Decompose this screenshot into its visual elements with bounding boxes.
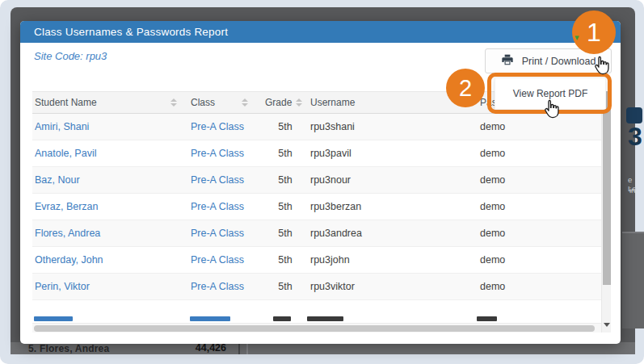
table-row: Evraz, Berzan Pre-A Class 5th rpu3berzan… [32,194,601,220]
class-link[interactable]: Pre-A Class [188,228,263,239]
student-name-link[interactable]: Perin, Viktor [32,281,188,292]
background-panel-edge [622,232,644,328]
site-code-label: Site Code: rpu3 [34,50,107,62]
horizontal-scrollbar-thumb[interactable] [34,325,595,332]
modal-header: Class Usernames & Passwords Report × [20,21,621,43]
class-link[interactable]: Pre-A Class [188,148,263,159]
background-logo-shape [626,107,642,123]
student-name-link[interactable]: Amiri, Shani [32,121,188,132]
printer-icon [501,53,514,69]
modal-title: Class Usernames & Passwords Report [20,26,228,38]
password-cell: demo [478,121,601,132]
student-name-link[interactable]: Flores, Andrea [32,228,188,239]
student-name-link[interactable]: Otherday, John [32,254,188,266]
class-link[interactable]: Pre-A Class [188,281,263,292]
column-header-student-name[interactable]: Student Name [32,97,188,108]
class-link[interactable]: Pre-A Class [188,121,263,132]
clipped-row-fragment [34,316,73,321]
username-cell: rpu3john [308,254,478,266]
password-cell: demo [478,254,601,266]
username-cell: rpu3nour [308,174,478,186]
table-body: Amiri, Shani Pre-A Class 5th rpu3shani d… [32,114,601,300]
cursor-hand-icon [591,55,612,79]
clipped-row-fragment [273,316,291,321]
password-cell: demo [478,281,601,292]
background-side-text: in [629,186,635,195]
table-row: Flores, Andrea Pre-A Class 5th rpu3andre… [32,220,601,247]
column-header-class[interactable]: Class [188,97,263,108]
vertical-scrollbar[interactable] [601,91,611,333]
report-modal: Class Usernames & Passwords Report × Sit… [20,21,621,344]
grade-cell: 5th [263,281,308,292]
background-logo-digit: 3 [628,122,642,152]
student-name-link[interactable]: Evraz, Berzan [32,201,188,212]
student-name-link[interactable]: Anatole, Pavil [32,148,188,159]
grade-cell: 5th [263,228,308,239]
column-header-grade[interactable]: Grade [263,97,308,108]
username-cell: rpu3shani [308,121,478,132]
username-cell: rpu3andrea [308,228,478,239]
divider [238,342,240,354]
scroll-down-arrow-icon[interactable] [602,319,612,330]
sort-icon[interactable] [170,98,177,107]
class-link[interactable]: Pre-A Class [188,254,263,266]
students-table: Student Name Class Grade Username Passwo… [32,91,601,333]
screenshot-frame: 3 e Le in 5. Flores, Andrea 44,426 Class… [0,0,644,364]
class-link[interactable]: Pre-A Class [188,174,263,186]
background-rank-text: 5. Flores, Andrea [28,343,109,354]
table-row: Anatole, Pavil Pre-A Class 5th rpu3pavil… [32,140,601,167]
grade-cell: 5th [263,174,308,186]
background-score-value: 44,426 [176,342,226,354]
grade-cell: 5th [263,148,308,159]
grade-cell: 5th [263,254,308,266]
print-download-label: Print / Download [522,56,596,67]
student-name-link[interactable]: Baz, Nour [32,174,188,186]
table-row: Otherday, John Pre-A Class 5th rpu3john … [32,247,601,274]
password-cell: demo [478,148,601,159]
clipped-row-fragment [307,316,343,321]
background-leaderboard-row: 5. Flores, Andrea 44,426 [11,342,635,354]
clipped-row-fragment [190,316,230,321]
table-row: Baz, Nour Pre-A Class 5th rpu3nour demo [32,167,601,194]
divider [246,342,248,354]
class-link[interactable]: Pre-A Class [188,201,263,212]
cursor-hand-icon [541,98,562,123]
sort-icon[interactable] [296,98,302,107]
username-cell: rpu3berzan [308,201,478,212]
table-row: Amiri, Shani Pre-A Class 5th rpu3shani d… [32,114,601,140]
vertical-scrollbar-thumb[interactable] [603,91,611,285]
clipped-row-fragment [477,316,497,321]
horizontal-scrollbar[interactable] [32,323,601,333]
password-cell: demo [478,174,601,186]
password-cell: demo [478,228,601,239]
dropdown-caret-icon: ▾ [575,32,579,43]
grade-cell: 5th [263,121,308,132]
username-cell: rpu3pavil [308,148,478,159]
table-row: Perin, Viktor Pre-A Class 5th rpu3viktor… [32,274,601,300]
password-cell: demo [478,201,601,212]
grade-cell: 5th [263,201,308,212]
username-cell: rpu3viktor [308,281,478,292]
sort-icon[interactable] [242,98,248,107]
annotation-step-2: 2 [446,69,485,107]
